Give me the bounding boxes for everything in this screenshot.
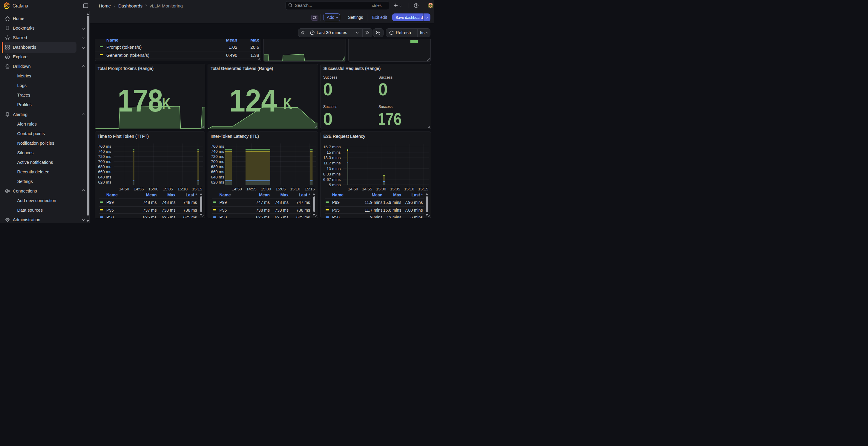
svg-text:11.7 mins: 11.7 mins [323,161,341,165]
svg-text:15:05: 15:05 [163,187,173,191]
svg-text:6.67 mins: 6.67 mins [323,177,341,181]
svg-text:720 ms: 720 ms [98,154,112,159]
svg-text:15:05: 15:05 [275,187,285,191]
svg-text:15:10: 15:10 [404,187,414,191]
svg-text:14:50: 14:50 [348,187,358,191]
svg-text:14:50: 14:50 [232,187,242,191]
svg-text:740 ms: 740 ms [98,149,112,153]
svg-text:740 ms: 740 ms [211,149,224,153]
svg-text:15:10: 15:10 [290,187,300,191]
svg-text:760 ms: 760 ms [211,144,224,148]
svg-text:680 ms: 680 ms [98,165,112,169]
svg-text:15:15: 15:15 [305,187,315,191]
svg-text:660 ms: 660 ms [98,170,112,174]
svg-text:16.7 mins: 16.7 mins [323,145,341,149]
svg-text:14:55: 14:55 [246,187,256,191]
svg-text:14:50: 14:50 [119,187,129,191]
svg-text:15:15: 15:15 [192,187,202,191]
svg-text:14:55: 14:55 [133,187,144,191]
svg-text:13.3 mins: 13.3 mins [323,155,341,160]
svg-text:15:15: 15:15 [418,187,428,191]
svg-text:10 mins: 10 mins [327,166,341,171]
svg-text:15:00: 15:00 [261,187,271,191]
svg-text:640 ms: 640 ms [98,175,112,179]
svg-text:620 ms: 620 ms [211,180,224,184]
svg-text:15:10: 15:10 [178,187,188,191]
svg-text:15:00: 15:00 [376,187,386,191]
svg-text:720 ms: 720 ms [211,154,224,159]
svg-text:15 mins: 15 mins [327,150,341,154]
svg-text:620 ms: 620 ms [98,180,112,184]
svg-text:660 ms: 660 ms [211,170,224,174]
svg-text:760 ms: 760 ms [98,144,112,148]
svg-text:680 ms: 680 ms [211,165,224,169]
svg-text:700 ms: 700 ms [98,159,112,164]
svg-text:5 mins: 5 mins [329,182,341,187]
svg-text:8.33 mins: 8.33 mins [323,172,341,176]
svg-text:15:05: 15:05 [390,187,400,191]
svg-text:14:55: 14:55 [362,187,372,191]
svg-text:15:00: 15:00 [148,187,158,191]
svg-text:700 ms: 700 ms [211,159,224,164]
svg-text:640 ms: 640 ms [211,175,224,179]
